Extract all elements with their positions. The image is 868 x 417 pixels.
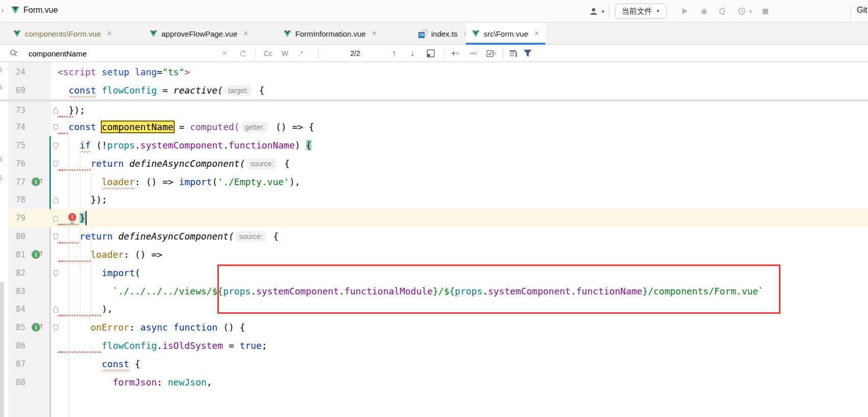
code-token: lang (135, 67, 157, 77)
tab-components-form-vue[interactable]: components\Form.vue × (7, 22, 118, 45)
filter-lines-icon[interactable] (509, 45, 518, 62)
code-line-85[interactable]: 85I↑ onError: async function () { (0, 318, 868, 337)
reset-search-icon[interactable] (238, 45, 247, 62)
code-token (58, 359, 102, 369)
next-occurrence-icon[interactable]: ↓ (410, 45, 414, 62)
toolbar-divider (609, 4, 609, 18)
inlay-hint: source: (236, 231, 266, 242)
editor-tab-bar: components\Form.vue × approveFlowPage.vu… (0, 22, 868, 45)
tab-label: index.ts (431, 29, 458, 38)
gutter-marker-icon[interactable]: I↑ (32, 322, 45, 333)
code-token: const (102, 359, 129, 369)
code-line-78[interactable]: 78 }); (0, 191, 868, 209)
code-line-81[interactable]: 81I↑ loader: () => (0, 246, 868, 264)
code-token: { (278, 158, 290, 169)
code-line-73[interactable]: 73 }); (0, 101, 868, 120)
tab-approveflowpage-vue[interactable]: approveFlowPage.vue × (144, 22, 255, 45)
code-token: props (107, 140, 135, 151)
select-all-occurrences-icon[interactable]: II (487, 45, 497, 62)
code-line-69[interactable]: 69 const flowConfig = reactive(target: { (0, 81, 868, 100)
user-dropdown-icon[interactable]: ▼ (601, 9, 605, 14)
code-token: flowConfig (102, 85, 157, 96)
code-line-86[interactable]: 86 flowConfig.isOldSystem = true; (0, 337, 868, 355)
code-token: = (223, 340, 240, 351)
code-text: import( (58, 264, 141, 282)
screen-edge-artifact: 5 (0, 174, 3, 182)
coverage-icon[interactable] (736, 6, 747, 17)
code-token: flowConfig (102, 340, 157, 351)
code-line-77[interactable]: 77I↑ loader: () => import('./Empty.vue')… (0, 173, 868, 191)
code-line-88[interactable]: 88 formJson: newJson, (0, 373, 868, 392)
code-line-87[interactable]: 87 const { (0, 355, 868, 373)
coverage-dropdown-icon[interactable]: ▼ (748, 9, 753, 14)
line-number: 88 (7, 373, 25, 392)
matched-brace: { (306, 140, 312, 151)
tab-src-form-vue[interactable]: src\Form.vue × (466, 22, 545, 45)
code-line-80[interactable]: 80 return defineAsyncComponent(source: { (0, 227, 868, 246)
close-icon[interactable]: × (372, 29, 376, 38)
close-icon[interactable]: × (107, 29, 111, 38)
code-text: if (!props.systemComponent.functionName)… (58, 136, 312, 155)
code-editor[interactable]: 24<script setup lang="ts">69 const flowC… (0, 62, 868, 417)
search-icon[interactable] (9, 45, 18, 62)
code-token: async (141, 322, 168, 333)
line-number: 86 (7, 337, 25, 355)
run-icon[interactable] (679, 6, 690, 17)
code-text: }); (58, 191, 107, 209)
code-token: onError (91, 322, 129, 333)
git-widget[interactable]: Git (857, 6, 867, 15)
remove-occurrence-icon[interactable]: −II (469, 45, 478, 62)
code-token: computed( (190, 122, 240, 132)
debug-icon[interactable] (698, 6, 710, 17)
gutter-marker-icon[interactable]: I↑ (32, 250, 45, 260)
code-line-24[interactable]: 24<script setup lang="ts"> (0, 63, 868, 81)
vue-icon (284, 31, 291, 37)
code-token: ), (58, 304, 113, 314)
code-line-75[interactable]: 75 if (!props.systemComponent.functionNa… (0, 136, 868, 155)
match-case-toggle[interactable]: Cc (264, 45, 272, 62)
annotation-red-box (217, 264, 780, 314)
line-number: 73 (7, 101, 25, 120)
line-number: 85 (7, 318, 25, 337)
close-icon[interactable]: × (243, 29, 248, 38)
toolbar-divider (503, 48, 503, 58)
line-number: 75 (7, 136, 25, 155)
tab-label: src\Form.vue (484, 29, 528, 38)
words-toggle[interactable]: W (282, 45, 288, 62)
code-token (58, 176, 102, 187)
regex-toggle[interactable]: .* (298, 45, 303, 62)
code-text: ), (58, 300, 113, 318)
run-config-select[interactable]: 当前文件 ▼ (615, 4, 667, 19)
tab-label: components\Form.vue (25, 29, 101, 38)
code-line-79[interactable]: 79! } (0, 209, 868, 227)
find-all-icon[interactable] (427, 45, 435, 62)
code-token (129, 67, 135, 77)
add-occurrence-icon[interactable]: +II (451, 45, 459, 62)
stop-icon[interactable] (760, 6, 771, 17)
tab-forminformation-vue[interactable]: FormInformation.vue × (277, 22, 383, 45)
code-line-76[interactable]: 76 return defineAsyncComponent(source: { (0, 155, 868, 173)
code-line-74[interactable]: 74 const componentName = computed(getter… (0, 118, 868, 136)
user-icon[interactable] (588, 6, 599, 17)
tab-index-ts[interactable]: TS index.ts × (412, 22, 474, 45)
screen-edge-artifact: 6 (0, 66, 3, 74)
profiler-icon[interactable] (717, 6, 728, 17)
code-text: loader: () => import('./Empty.vue'), (58, 173, 300, 191)
clear-search-icon[interactable]: × (222, 45, 227, 62)
toolbar-divider (444, 48, 444, 58)
code-text: return defineAsyncComponent(source: { (58, 155, 290, 173)
gutter-marker-icon[interactable]: I↑ (32, 177, 45, 187)
toolbar-divider (256, 48, 256, 58)
code-token: "ts" (162, 67, 184, 77)
search-input[interactable]: componentName (29, 45, 87, 62)
code-token (124, 158, 129, 169)
close-icon[interactable]: × (535, 29, 539, 38)
code-token (58, 377, 113, 388)
previous-occurrence-icon[interactable]: ↑ (392, 45, 396, 62)
code-token: ( (135, 267, 141, 278)
screen-edge-artifact: 6 (0, 156, 3, 163)
filter-icon[interactable] (523, 45, 532, 62)
inlay-hint: target: (225, 85, 252, 96)
toolbar-divider (850, 4, 851, 18)
line-number: 80 (7, 227, 25, 246)
